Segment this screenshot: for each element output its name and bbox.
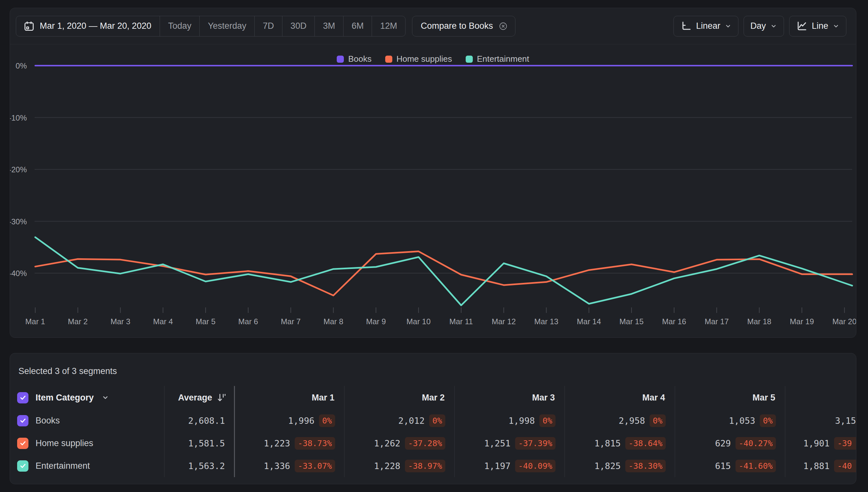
quick-range-12m[interactable]: 12M (372, 16, 405, 36)
percent-badge: -41.60% (736, 460, 776, 472)
category-header-cell[interactable]: Item Category (10, 386, 164, 409)
cell-books-partial: 3,15 (785, 409, 856, 432)
average-cell-books: 2,608.1 (164, 409, 234, 432)
interval-select[interactable]: Day (744, 16, 784, 36)
percent-badge: -40.27% (736, 437, 776, 450)
x-axis-label: Mar 16 (662, 317, 686, 326)
chart-type-label: Line (812, 21, 828, 31)
average-cell-entertainment: 1,563.2 (164, 454, 234, 477)
compare-chip[interactable]: Compare to Books (412, 16, 515, 36)
category-header-label: Item Category (35, 393, 94, 403)
average-header-label: Average (178, 393, 212, 403)
y-axis-label: -40% (10, 269, 27, 278)
x-axis-label: Mar 2 (68, 317, 87, 326)
chart-card: Mar 1, 2020 — Mar 20, 2020 TodayYesterda… (10, 8, 857, 338)
quick-range-7d[interactable]: 7D (254, 16, 282, 36)
average-cell-home-supplies: 1,581.5 (164, 432, 234, 454)
legend-swatch-icon (337, 56, 344, 63)
chevron-down-icon (833, 23, 840, 30)
cell-books-mar-1: 1,9960% (234, 409, 344, 432)
legend-item-books[interactable]: Books (337, 54, 371, 64)
percent-badge: 0% (649, 414, 666, 427)
check-icon (19, 462, 27, 470)
x-axis-label: Mar 15 (619, 317, 644, 326)
cell-home-supplies-mar-2: 1,262-37.28% (344, 432, 454, 454)
segment-label: Entertainment (35, 461, 90, 471)
x-axis-label: Mar 18 (747, 317, 771, 326)
percent-badge: -37.28% (405, 437, 445, 450)
segment-label: Home supplies (35, 438, 94, 448)
calendar-icon (23, 20, 35, 32)
category-chevron-down-icon[interactable] (101, 394, 109, 401)
percent-badge: -40 (834, 460, 856, 472)
legend-item-home-supplies[interactable]: Home supplies (385, 54, 452, 64)
cell-value: 1,901 (803, 438, 829, 448)
cell-books-mar-5: 1,0530% (675, 409, 785, 432)
check-icon (19, 394, 27, 401)
cell-entertainment-mar-3: 1,197-40.09% (454, 454, 565, 477)
checkbox-entertainment[interactable] (17, 460, 28, 472)
percent-badge: -38.30% (625, 460, 666, 472)
checkbox-books[interactable] (17, 415, 28, 426)
cell-entertainment-mar-5: 615-41.60% (675, 454, 785, 477)
cell-value: 1,815 (594, 438, 620, 448)
cell-value: 1,262 (374, 438, 400, 448)
cell-value: 1,998 (509, 416, 535, 426)
x-axis-label: Mar 8 (324, 317, 343, 326)
legend-item-entertainment[interactable]: Entertainment (466, 54, 529, 64)
checkbox-home-supplies[interactable] (17, 438, 28, 449)
cell-value: 1,336 (264, 461, 290, 471)
cell-value: 1,251 (484, 438, 510, 448)
chart-legend: BooksHome suppliesEntertainment (10, 54, 856, 64)
remove-compare-icon[interactable] (498, 21, 508, 31)
x-axis-label: Mar 9 (366, 317, 386, 326)
cell-books-mar-2: 2,0120% (344, 409, 454, 432)
cell-value: 629 (715, 438, 731, 448)
segment-row-books: Books (10, 409, 164, 432)
x-axis-label: Mar 20 (833, 317, 856, 326)
series-line-entertainment (35, 237, 852, 305)
day-header-mar-2: Mar 2 (344, 386, 454, 409)
x-axis-label: Mar 12 (491, 317, 516, 326)
x-axis-label: Mar 13 (534, 317, 558, 326)
x-axis-label: Mar 7 (281, 317, 301, 326)
chevron-down-icon (770, 23, 777, 30)
cell-value: 1,996 (288, 416, 314, 426)
quick-range-30d[interactable]: 30D (282, 16, 315, 36)
x-axis-label: Mar 19 (790, 317, 814, 326)
percent-badge: -38.73% (295, 437, 335, 450)
legend-swatch-icon (466, 56, 473, 63)
cell-home-supplies-mar-1: 1,223-38.73% (234, 432, 344, 454)
percent-badge: 0% (429, 414, 445, 427)
y-axis-label: -30% (10, 217, 27, 226)
x-axis-label: Mar 4 (153, 317, 173, 326)
cell-entertainment-mar-4: 1,825-38.30% (565, 454, 675, 477)
date-range-button[interactable]: Mar 1, 2020 — Mar 20, 2020 (16, 16, 160, 36)
sort-descending-icon[interactable] (216, 392, 227, 403)
scale-select[interactable]: Linear (673, 16, 738, 36)
quick-range-today[interactable]: Today (160, 16, 199, 36)
cell-value: 2,012 (399, 416, 425, 426)
quick-range-3m[interactable]: 3M (314, 16, 343, 36)
quick-range-yesterday[interactable]: Yesterday (199, 16, 254, 36)
cell-home-supplies-mar-3: 1,251-37.39% (454, 432, 565, 454)
cell-value: 1,053 (729, 416, 755, 426)
quick-range-6m[interactable]: 6M (343, 16, 372, 36)
select-all-checkbox[interactable] (17, 392, 28, 403)
check-icon (19, 417, 27, 424)
x-axis-label: Mar 17 (705, 317, 729, 326)
x-axis-label: Mar 1 (25, 317, 45, 326)
toolbar-right: Linear Day (673, 16, 846, 36)
legend-label: Home supplies (397, 54, 452, 64)
cell-home-supplies-partial: 1,901-39 (785, 432, 856, 454)
average-header-cell[interactable]: Average (164, 386, 234, 409)
percent-badge: -40.09% (515, 460, 556, 472)
toolbar-left: Mar 1, 2020 — Mar 20, 2020 TodayYesterda… (16, 16, 515, 36)
cell-value: 615 (715, 461, 731, 471)
chart-svg: 0%-10%-20%-30%-40%Mar 1Mar 2Mar 3Mar 4Ma… (10, 44, 856, 338)
x-axis-label: Mar 3 (110, 317, 130, 326)
y-axis-label: -10% (10, 114, 27, 122)
cell-value: 1,228 (374, 461, 400, 471)
chart-type-select[interactable]: Line (789, 16, 846, 36)
day-header-mar-1: Mar 1 (234, 386, 344, 409)
